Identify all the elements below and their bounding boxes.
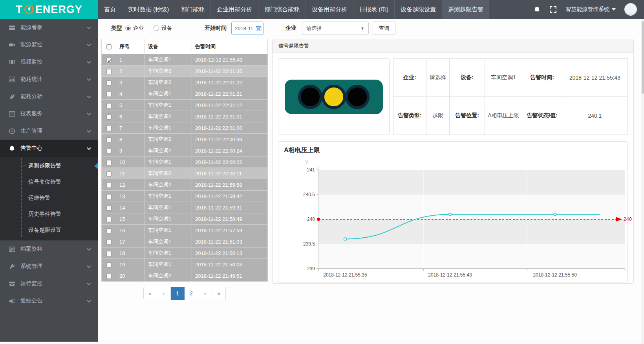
top-nav-item[interactable]: 部门综合能耗	[258, 0, 306, 19]
calendar-icon[interactable]	[256, 25, 262, 32]
report-icon	[9, 111, 15, 117]
type-radio-label[interactable]: 设备	[161, 25, 172, 32]
table-row[interactable]: 6车间空调22018-11-22 22:01:01	[102, 111, 268, 122]
table-row[interactable]: 5车间空调12018-11-22 22:01:12	[102, 100, 268, 111]
row-checkbox[interactable]	[106, 80, 112, 86]
cell-device: 车间空调1	[145, 191, 192, 202]
sidebar-item[interactable]: 系统管理	[0, 258, 98, 275]
sidebar-item[interactable]: 运行监控	[0, 275, 98, 292]
row-checkbox[interactable]	[106, 171, 112, 177]
sidebar-item-label: 报表服务	[20, 110, 87, 117]
pagination-button[interactable]: ‹	[157, 287, 171, 300]
top-nav-item[interactable]: 设备越限设置	[394, 0, 442, 19]
table-row[interactable]: 4车间空调12018-11-22 22:01:21	[102, 88, 268, 100]
table-row[interactable]: 17车间空调12018-11-22 21:51:03	[102, 236, 268, 248]
table-row[interactable]: 18车间空调12018-11-22 21:50:13	[102, 248, 268, 259]
sidebar-item[interactable]: 生产管理	[0, 122, 98, 140]
sidebar-subitem[interactable]: 历史事件告警	[22, 206, 98, 222]
row-checkbox[interactable]	[106, 240, 112, 245]
info-row: 企业:请选择设备:车间空调1告警时间:2018-12-12 21:55:43	[393, 59, 628, 97]
row-checkbox[interactable]	[106, 115, 112, 120]
sidebar-item[interactable]: 能源看板	[0, 19, 98, 36]
cell-device: 车间空调2	[145, 111, 192, 122]
top-nav-item[interactable]: 遥测越限告警	[442, 0, 489, 19]
pagination-button[interactable]: 2	[185, 287, 198, 300]
table-row[interactable]: 12车间空调22018-11-22 21:59:58	[102, 179, 268, 191]
sidebar-item[interactable]: 档案资料	[0, 240, 98, 258]
row-checkbox[interactable]	[106, 206, 112, 211]
top-nav-item[interactable]: 日报表 (电)	[353, 0, 394, 19]
scrollbar-thumb[interactable]	[642, 21, 644, 94]
pagination-button[interactable]: »	[212, 287, 226, 300]
row-checkbox[interactable]	[106, 160, 112, 165]
row-checkbox[interactable]	[106, 251, 112, 256]
sidebar-item[interactable]: 视频监控	[0, 53, 98, 71]
table-row[interactable]: 2车间空调22018-11-22 22:01:35	[102, 66, 268, 77]
row-checkbox[interactable]	[106, 149, 112, 154]
table-row[interactable]: 11车间空调22018-11-22 22:00:11	[102, 168, 268, 179]
fullscreen-icon[interactable]	[549, 6, 557, 13]
sidebar-item[interactable]: 能耗统计	[0, 71, 98, 88]
sidebar-subitem[interactable]: 信号变位告警	[22, 174, 98, 190]
table-row[interactable]: 3车间空调22018-11-22 22:01:22	[102, 77, 268, 88]
sidebar-item[interactable]: 通知公告	[0, 292, 98, 309]
cell-seq: 15	[116, 213, 145, 225]
row-checkbox[interactable]	[106, 262, 112, 268]
row-checkbox[interactable]	[106, 69, 112, 74]
table-row[interactable]: 14车间空调12018-11-22 21:59:31	[102, 202, 268, 213]
vertical-scrollbar[interactable]	[641, 19, 644, 344]
system-name-menu[interactable]: 智慧能源管理系统	[565, 6, 616, 13]
alarm-list-column: 序号 设备 告警时间 1车间空调12018-12-12 21:55:432车间空…	[101, 39, 268, 300]
table-row[interactable]: 1车间空调12018-12-12 21:55:43	[102, 54, 268, 66]
pagination-button[interactable]: «	[143, 287, 157, 300]
cell-time: 2018-11-22 21:50:13	[192, 248, 268, 259]
type-radio-label[interactable]: 企业	[133, 25, 144, 32]
top-nav-item[interactable]: 首页	[98, 0, 122, 19]
sidebar-item[interactable]: 报表服务	[0, 105, 98, 122]
cell-seq: 19	[116, 259, 145, 270]
table-row[interactable]: 10车间空调12018-11-22 22:00:22	[102, 157, 268, 168]
row-checkbox[interactable]	[106, 126, 112, 131]
row-checkbox[interactable]	[106, 137, 112, 142]
row-checkbox[interactable]	[106, 194, 112, 199]
top-nav-item[interactable]: 实时数据 (秒级)	[122, 0, 175, 19]
sidebar-item[interactable]: 能源监控	[0, 36, 98, 53]
table-row[interactable]: 7车间空调12018-11-22 22:01:00	[102, 122, 268, 134]
table-row[interactable]: 20车间空调22018-11-22 21:49:51	[102, 270, 268, 282]
row-checkbox[interactable]	[106, 103, 112, 108]
sidebar-subitem[interactable]: 设备越限设置	[22, 222, 98, 238]
sidebar-item[interactable]: 能耗分析	[0, 88, 98, 105]
search-button[interactable]: 查询	[373, 22, 395, 35]
table-row[interactable]: 15车间空调12018-11-22 21:58:49	[102, 213, 268, 225]
table-row[interactable]: 8车间空调22018-11-22 22:00:36	[102, 134, 268, 145]
row-checkbox[interactable]	[106, 274, 112, 279]
table-row[interactable]: 16车间空调12018-11-22 21:57:59	[102, 225, 268, 236]
table-row[interactable]: 19车间空调12018-11-22 21:50:03	[102, 259, 268, 270]
top-nav-item[interactable]: 设备用能分析	[306, 0, 353, 19]
cell-device: 车间空调2	[145, 134, 192, 145]
enterprise-select[interactable]: 请选择 ▼	[302, 22, 369, 35]
type-radio[interactable]	[125, 25, 131, 31]
type-radio[interactable]	[154, 25, 159, 31]
avatar[interactable]	[624, 3, 637, 16]
pagination-button[interactable]: ›	[198, 287, 212, 300]
table-row[interactable]: 9车间空调22018-11-22 22:00:24	[102, 145, 268, 157]
notifications-bell-icon[interactable]	[533, 6, 541, 13]
row-checkbox[interactable]	[106, 183, 112, 188]
row-checkbox[interactable]	[106, 58, 112, 63]
select-all-checkbox[interactable]	[106, 44, 112, 49]
top-nav-item[interactable]: 部门能耗	[175, 0, 210, 19]
info-row: 告警类型:越限告警位置:A相电压上限告警状态/值:240.1	[393, 97, 628, 135]
cell-seq: 6	[116, 111, 145, 122]
cell-time: 2018-11-22 21:49:51	[192, 270, 268, 282]
table-row[interactable]: 13车间空调12018-11-22 21:59:42	[102, 191, 268, 202]
row-checkbox[interactable]	[106, 92, 112, 97]
row-checkbox[interactable]	[106, 217, 112, 222]
sidebar-item[interactable]: 告警中心	[0, 140, 98, 157]
top-nav-item[interactable]: 企业用能分析	[210, 0, 258, 19]
row-checkbox[interactable]	[106, 228, 112, 233]
pagination-button[interactable]: 1	[171, 287, 185, 300]
sidebar-subitem[interactable]: 运维告警	[22, 190, 98, 206]
sidebar-subitem[interactable]: 遥测越限告警	[22, 158, 98, 174]
sidebar-subitem-label: 遥测越限告警	[28, 162, 61, 169]
